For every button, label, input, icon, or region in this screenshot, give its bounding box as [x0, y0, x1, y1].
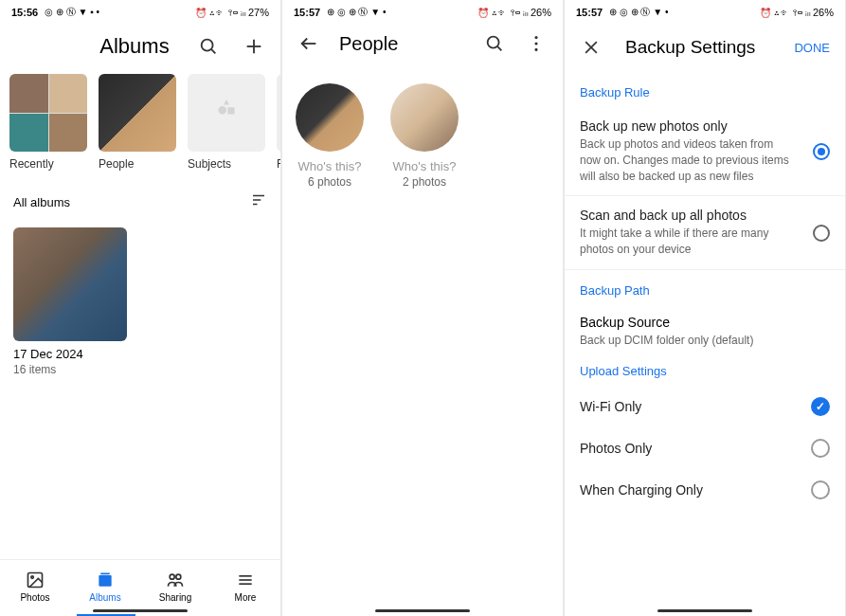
status-time: 15:57: [576, 7, 603, 18]
battery-level: 26%: [813, 7, 834, 18]
svg-point-12: [176, 574, 181, 579]
backup-source-row[interactable]: Backup Source Back up DCIM folder only (…: [565, 305, 845, 351]
nav-label: Sharing: [159, 592, 191, 603]
status-bar: 15:56 ◎ ⊕ Ⓝ ▼ ▪ • ⏰ ⁂ ᯤ ⫯▭ ᵢₗₗ 27%: [0, 0, 280, 23]
back-icon[interactable]: [297, 32, 320, 55]
quick-albums-row: Recently People Subjects F: [0, 66, 280, 178]
nav-albums[interactable]: Albums: [70, 566, 140, 607]
svg-point-21: [534, 48, 537, 51]
person-photo-count: 6 photos: [308, 175, 351, 189]
page-title: People: [339, 33, 464, 55]
albums-icon: [95, 570, 116, 590]
status-icons-right: ⏰ ⁂ ᯤ ⫯▭ ᵢₗₗ: [760, 8, 811, 18]
status-time: 15:57: [294, 7, 320, 18]
add-icon[interactable]: [243, 35, 265, 58]
svg-point-17: [488, 37, 499, 48]
person-avatar: [296, 83, 364, 152]
album-label: Recently: [9, 157, 87, 171]
status-icons-left: ◎ ⊕ Ⓝ ▼ ▪ •: [45, 6, 99, 19]
svg-rect-9: [99, 575, 111, 587]
nav-more[interactable]: More: [210, 566, 280, 607]
gesture-bar[interactable]: [657, 609, 752, 612]
album-thumbnail: [99, 74, 176, 152]
battery-level: 27%: [248, 7, 269, 18]
status-icons-right: ⏰ ⁂ ᯤ ⫯▭ ᵢₗₗ: [195, 8, 246, 18]
radio-unselected-icon: [813, 225, 830, 242]
search-icon[interactable]: [483, 32, 506, 55]
toggle-photos-only[interactable]: Photos Only: [565, 427, 845, 469]
album-date[interactable]: 17 Dec 2024 16 items: [0, 220, 280, 384]
page-title: Albums: [72, 34, 197, 59]
menu-icon: [235, 570, 256, 590]
person-avatar: [390, 83, 459, 152]
bottom-navigation: Photos Albums Sharing More: [0, 559, 280, 616]
person-item[interactable]: Who's this? 6 photos: [296, 83, 364, 189]
toggle-wifi-only[interactable]: Wi-Fi Only: [565, 386, 845, 427]
album-title: 17 Dec 2024: [13, 347, 267, 361]
toggle-label: When Charging Only: [580, 482, 703, 498]
toggle-charging-only[interactable]: When Charging Only: [565, 469, 845, 511]
checkbox-unchecked-icon: [811, 439, 830, 458]
person-name: Who's this?: [393, 159, 457, 173]
svg-line-18: [497, 46, 501, 50]
battery-level: 26%: [531, 7, 551, 18]
option-description: Back up photos and videos taken from now…: [580, 136, 796, 184]
album-label: Subjects: [188, 157, 265, 171]
option-title: Scan and back up all photos: [580, 208, 796, 223]
nav-photos[interactable]: Photos: [0, 566, 70, 607]
checkbox-unchecked-icon: [811, 480, 830, 499]
album-thumbnail: [188, 74, 265, 152]
image-icon: [25, 570, 45, 590]
album-label: People: [99, 157, 176, 171]
gesture-bar[interactable]: [93, 609, 188, 612]
backup-source-title: Backup Source: [580, 315, 830, 330]
sharing-icon: [165, 570, 186, 590]
svg-point-8: [31, 576, 34, 579]
radio-selected-icon: [813, 143, 830, 160]
album-partial[interactable]: F: [277, 74, 280, 171]
status-icons-left: ⊕ ◎ ⊕ Ⓝ ▼ •: [327, 6, 386, 19]
option-title: Back up new photos only: [580, 118, 796, 134]
upload-settings-label[interactable]: Upload Settings: [565, 351, 845, 386]
backup-rule-label: Backup Rule: [565, 72, 845, 107]
album-people[interactable]: People: [99, 74, 176, 171]
people-list: Who's this? 6 photos Who's this? 2 photo…: [282, 64, 563, 208]
albums-screen: 15:56 ◎ ⊕ Ⓝ ▼ ▪ • ⏰ ⁂ ᯤ ⫯▭ ᵢₗₗ 27% Album…: [0, 0, 280, 616]
album-thumbnail: [13, 227, 127, 341]
svg-point-20: [534, 42, 537, 45]
status-bar: 15:57 ⊕ ◎ ⊕ Ⓝ ▼ • ⏰ ⁂ ᯤ ⫯▭ ᵢₗₗ 26%: [565, 0, 845, 23]
close-icon[interactable]: [580, 36, 603, 59]
backup-rule-new-only[interactable]: Back up new photos only Back up photos a…: [565, 107, 845, 196]
gesture-bar[interactable]: [375, 609, 470, 612]
album-item-count: 16 items: [13, 363, 267, 376]
backup-settings-screen: 15:57 ⊕ ◎ ⊕ Ⓝ ▼ • ⏰ ⁂ ᯤ ⫯▭ ᵢₗₗ 26% Backu…: [565, 0, 845, 616]
option-description: It might take a while if there are many …: [580, 226, 796, 258]
svg-line-1: [211, 49, 215, 53]
nav-sharing[interactable]: Sharing: [140, 566, 210, 607]
nav-label: More: [235, 592, 257, 603]
backup-source-description: Back up DCIM folder only (default): [580, 334, 830, 347]
nav-label: Photos: [20, 592, 49, 603]
status-icons-left: ⊕ ◎ ⊕ Ⓝ ▼ •: [609, 6, 668, 19]
backup-rule-scan-all[interactable]: Scan and back up all photos It might tak…: [565, 196, 845, 270]
backup-path-label[interactable]: Backup Path: [565, 270, 845, 305]
done-button[interactable]: DONE: [794, 41, 830, 55]
album-subjects[interactable]: Subjects: [188, 74, 265, 171]
person-photo-count: 2 photos: [403, 175, 446, 189]
svg-point-0: [202, 40, 213, 51]
status-icons-right: ⏰ ⁂ ᯤ ⫯▭ ᵢₗₗ: [477, 8, 529, 18]
settings-header: Backup Settings DONE: [565, 23, 845, 72]
more-icon[interactable]: [525, 32, 548, 55]
checkbox-checked-icon: [811, 397, 830, 416]
svg-point-11: [170, 574, 174, 579]
people-header: People: [282, 23, 563, 64]
sort-icon[interactable]: [250, 191, 267, 212]
search-icon[interactable]: [197, 35, 220, 58]
svg-point-19: [534, 36, 537, 39]
page-title: Backup Settings: [625, 37, 771, 58]
person-item[interactable]: Who's this? 2 photos: [390, 83, 459, 189]
svg-rect-10: [100, 573, 110, 575]
nav-label: Albums: [89, 592, 120, 603]
album-recently[interactable]: Recently: [9, 74, 87, 171]
all-albums-label: All albums: [13, 195, 70, 209]
